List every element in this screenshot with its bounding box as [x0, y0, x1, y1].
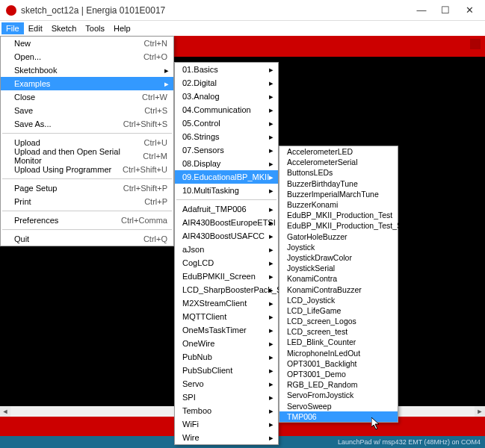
submenu-item-onemstasktimer[interactable]: OneMsTaskTimer▸	[175, 323, 278, 337]
window-title: sketch_oct12a | Energia 0101E0017	[21, 5, 416, 16]
submenu-item-05-control[interactable]: 05.Control▸	[175, 116, 278, 130]
example-item-buzzerbirthdaytune[interactable]: BuzzerBirthdayTune	[279, 178, 398, 189]
example-item-microphoneinledout[interactable]: MicrophoneInLedOut	[279, 348, 398, 358]
menu-item-label: 03.Analog	[182, 92, 272, 101]
submenu-item-pubsubclient[interactable]: PubSubClient▸	[175, 364, 278, 377]
menubar-item-edit[interactable]: Edit	[24, 22, 47, 34]
menu-item-label: OneWire	[182, 339, 272, 348]
submenu-item-m2xstreamclient[interactable]: M2XStreamClient▸	[175, 296, 278, 310]
submenu-item-lcd-sharpboosterpack-spi[interactable]: LCD_SharpBoosterPack_SPI▸	[175, 283, 278, 296]
example-item-buzzerkonami[interactable]: BuzzerKonami	[279, 199, 398, 210]
menubar-item-tools[interactable]: Tools	[81, 22, 109, 34]
submenu-item-08-display[interactable]: 08.Display▸	[175, 157, 278, 170]
menu-item-save-as-[interactable]: Save As...Ctrl+Shift+S	[1, 117, 173, 131]
example-item-opt3001-demo[interactable]: OPT3001_Demo	[279, 369, 398, 379]
submenu-item-edubpmkii-screen[interactable]: EduBPMKII_Screen▸	[175, 270, 278, 283]
menu-item-save[interactable]: SaveCtrl+S	[1, 104, 173, 117]
menu-item-upload-and-then-open-serial-monitor[interactable]: Upload and then Open Serial MonitorCtrl+…	[1, 149, 173, 163]
menu-item-new[interactable]: NewCtrl+N	[1, 37, 173, 50]
submenu-item-10-multitasking[interactable]: 10.MultiTasking▸	[175, 184, 278, 197]
example-item-konamicontra[interactable]: KonamiContra	[279, 273, 398, 284]
maximize-button[interactable]: ☐	[440, 5, 451, 16]
example-item-joystickserial[interactable]: JoystickSerial	[279, 263, 398, 273]
example-item-edubp-mkii-production-test[interactable]: EduBP_MKII_Production_Test	[279, 210, 398, 220]
submenu-arrow-icon: ▸	[269, 245, 274, 255]
example-item-joystick[interactable]: Joystick	[279, 242, 398, 252]
menu-item-label: JoystickDrawColor	[287, 253, 392, 262]
submenu-item-air430boosteuropeetsi[interactable]: AIR430BoostEuropeETSI▸	[175, 216, 278, 229]
menu-item-label: KonamiContraBuzzer	[287, 285, 392, 294]
submenu-arrow-icon: ▸	[269, 119, 274, 128]
minimize-button[interactable]: —	[416, 5, 427, 16]
menu-item-label: Joystick	[287, 243, 392, 252]
example-item-joystickdrawcolor[interactable]: JoystickDrawColor	[279, 252, 398, 263]
scroll-left-icon[interactable]: ◄	[0, 406, 10, 417]
menu-item-label: Page Setup	[14, 184, 123, 193]
menu-item-preferences[interactable]: PreferencesCtrl+Comma	[1, 214, 173, 227]
menu-item-sketchbook[interactable]: Sketchbook▸	[1, 63, 173, 77]
menu-item-quit[interactable]: QuitCtrl+Q	[1, 232, 173, 246]
menu-item-examples[interactable]: Examples▸	[1, 77, 173, 90]
menubar-item-file[interactable]: File	[1, 22, 24, 34]
menu-item-upload-using-programmer[interactable]: Upload Using ProgrammerCtrl+Shift+U	[1, 163, 173, 176]
example-item-buttonsleds[interactable]: ButtonsLEDs	[279, 167, 398, 178]
menu-item-page-setup[interactable]: Page SetupCtrl+Shift+P	[1, 181, 173, 195]
example-item-lcd-screen-logos[interactable]: LCD_screen_Logos	[279, 316, 398, 326]
submenu-arrow-icon: ▸	[269, 258, 274, 268]
example-item-rgb-led-random[interactable]: RGB_LED_Random	[279, 379, 398, 390]
submenu-item-03-analog[interactable]: 03.Analog▸	[175, 90, 278, 103]
example-item-konamicontrabuzzer[interactable]: KonamiContraBuzzer	[279, 284, 398, 294]
example-item-opt3001-backlight[interactable]: OPT3001_Backlight	[279, 358, 398, 369]
submenu-item-02-digital[interactable]: 02.Digital▸	[175, 76, 278, 90]
submenu-item-temboo[interactable]: Temboo▸	[175, 404, 278, 417]
educational-bp-submenu: AccelerometerLEDAccelerometerSerialButto…	[279, 146, 398, 423]
submenu-item-servo[interactable]: Servo▸	[175, 377, 278, 391]
menu-item-label: LCD_screen_Logos	[287, 317, 392, 326]
example-item-lcd-screen-test[interactable]: LCD_screen_test	[279, 326, 398, 337]
example-item-lcd-joystick[interactable]: LCD_Joystick	[279, 295, 398, 305]
submenu-item-air430boostusafcc[interactable]: AIR430BoostUSAFCC▸	[175, 229, 278, 243]
menu-item-print[interactable]: PrintCtrl+P	[1, 195, 173, 208]
menu-item-close[interactable]: CloseCtrl+W	[1, 90, 173, 104]
example-item-servofromjoystick[interactable]: ServoFromJoystick	[279, 390, 398, 400]
menubar-item-sketch[interactable]: Sketch	[47, 22, 81, 34]
example-item-servosweep[interactable]: ServoSweep	[279, 401, 398, 411]
serial-monitor-icon[interactable]	[470, 39, 481, 49]
submenu-arrow-icon: ▸	[269, 105, 274, 115]
submenu-arrow-icon: ▸	[269, 231, 274, 241]
example-item-gatorholebuzzer[interactable]: GatorHoleBuzzer	[279, 231, 398, 242]
submenu-item-coglcd[interactable]: CogLCD▸	[175, 256, 278, 270]
example-item-edubp-mkii-production-test-serial[interactable]: EduBP_MKII_Production_Test_Serial	[279, 220, 398, 231]
menu-separator	[176, 199, 277, 200]
submenu-item-ajson[interactable]: aJson▸	[175, 243, 278, 256]
menu-item-label: ButtonsLEDs	[287, 168, 392, 177]
submenu-item-07-sensors[interactable]: 07.Sensors▸	[175, 143, 278, 157]
submenu-item-06-strings[interactable]: 06.Strings▸	[175, 130, 278, 143]
menu-item-open-[interactable]: Open...Ctrl+O	[1, 50, 173, 63]
example-item-accelerometerled[interactable]: AccelerometerLED	[279, 146, 398, 157]
submenu-arrow-icon: ▸	[269, 366, 274, 376]
menubar-item-help[interactable]: Help	[109, 22, 135, 34]
submenu-item-09-educationalbp-mkii[interactable]: 09.EducationalBP_MKII▸	[175, 170, 278, 184]
submenu-item-spi[interactable]: SPI▸	[175, 391, 278, 404]
submenu-item-mqttclient[interactable]: MQTTClient▸	[175, 310, 278, 323]
submenu-arrow-icon: ▸	[269, 146, 274, 155]
submenu-item-wire[interactable]: Wire▸	[175, 431, 278, 444]
scroll-right-icon[interactable]: ►	[475, 406, 485, 417]
example-item-tmp006[interactable]: TMP006	[279, 411, 398, 422]
example-item-accelerometerserial[interactable]: AccelerometerSerial	[279, 157, 398, 167]
submenu-item-adafruit-tmp006[interactable]: Adafruit_TMP006▸	[175, 202, 278, 216]
submenu-item-04-communication[interactable]: 04.Communication▸	[175, 103, 278, 116]
menu-item-label: TMP006	[287, 412, 392, 421]
submenu-item-01-basics[interactable]: 01.Basics▸	[175, 63, 278, 76]
submenu-item-wifi[interactable]: WiFi▸	[175, 417, 278, 431]
example-item-buzzerimperialmarchtune[interactable]: BuzzerImperialMarchTune	[279, 189, 398, 199]
submenu-arrow-icon: ▸	[269, 172, 274, 182]
example-item-lcd-lifegame[interactable]: LCD_LifeGame	[279, 305, 398, 316]
submenu-arrow-icon: ▸	[269, 132, 274, 142]
menu-item-shortcut: Ctrl+S	[144, 106, 167, 115]
submenu-item-pubnub[interactable]: PubNub▸	[175, 350, 278, 364]
example-item-led-blink-counter[interactable]: LED_Blink_Counter	[279, 337, 398, 347]
close-button[interactable]: ✕	[464, 5, 475, 16]
submenu-item-onewire[interactable]: OneWire▸	[175, 337, 278, 350]
